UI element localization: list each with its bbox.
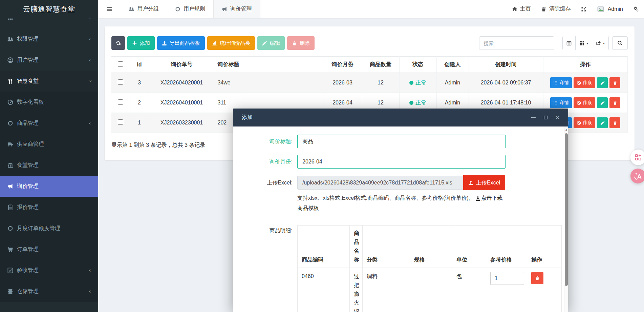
bars-icon — [106, 6, 112, 12]
refresh-button[interactable] — [111, 36, 125, 50]
sidebar-item-order-management[interactable]: 订单管理 — [0, 239, 98, 260]
select-all-checkbox[interactable] — [118, 61, 123, 67]
detail-view-button[interactable] — [563, 36, 576, 50]
circle-icon — [175, 6, 180, 12]
scrollbar-thumb[interactable] — [565, 133, 568, 286]
minimize-icon[interactable] — [531, 117, 536, 118]
sidebar-item-user-management[interactable]: 用户管理 ‹ — [0, 50, 98, 71]
sidebar-item-label: 验收管理 — [17, 267, 39, 274]
detail-button[interactable]: 详情 — [550, 97, 572, 108]
tab-inquiry-management[interactable]: 询价管理 — [213, 0, 260, 18]
modal-window-controls: × — [531, 114, 559, 121]
table-header-row: Id 询价单号 询价标题 询价月份 商品数量 状态 创建人 创建时间 操作 — [111, 57, 628, 73]
void-button[interactable]: 作废 — [574, 97, 595, 108]
export-template-button[interactable]: 导出商品模板 — [157, 36, 205, 50]
settings-button[interactable] — [633, 6, 639, 12]
ban-icon — [577, 81, 581, 85]
row-checkbox[interactable] — [118, 79, 123, 85]
translate-button[interactable] — [630, 169, 644, 183]
modal-scrollbar[interactable]: ▲ — [564, 126, 568, 312]
sidebar-item-smart-canteen[interactable]: 智慧食堂 ‹ — [0, 71, 98, 92]
sidebar-item-canteen-management[interactable]: 食堂管理 — [0, 155, 98, 176]
inquiry-month-input[interactable] — [297, 155, 506, 169]
upload-excel-button[interactable]: 上传Excel — [463, 175, 505, 190]
void-button[interactable]: 作废 — [574, 117, 595, 128]
grid-icon — [579, 41, 584, 46]
edit-button[interactable]: 编辑 — [257, 36, 285, 50]
scroll-up-icon[interactable]: ▲ — [564, 128, 568, 131]
table-row[interactable]: 3 XJ202604020001 34we 2026-03 12 正常 Admi… — [111, 73, 628, 93]
column-header-status[interactable]: 状态 — [399, 57, 436, 73]
clear-cache-link[interactable]: 清除缓存 — [541, 5, 571, 13]
chevron-left-icon: ‹ — [89, 267, 91, 273]
add-button[interactable]: 添加 — [127, 36, 155, 50]
columns-dropdown-button[interactable]: ▾ — [576, 36, 592, 50]
extension-apps-button[interactable] — [630, 150, 644, 165]
add-inquiry-modal: 添加 × 询价标题: 询价月份: 上传Excel: 上传Excel — [233, 109, 568, 312]
row-actions: 详情 作废 — [546, 77, 625, 88]
row-edit-button[interactable] — [597, 117, 608, 128]
search-input[interactable] — [479, 36, 554, 50]
detail-row-delete-button[interactable] — [531, 272, 543, 284]
column-header-created-at[interactable]: 创建时间 — [469, 57, 543, 73]
cart-icon — [7, 247, 17, 252]
search-icon — [617, 40, 623, 46]
row-delete-button[interactable] — [609, 77, 620, 88]
detail-col-name: 商品名称 — [350, 226, 363, 268]
void-button[interactable]: 作废 — [574, 77, 595, 88]
delete-button[interactable]: 删除 — [287, 36, 315, 50]
sidebar-item-warehouse-management[interactable]: 仓储管理 ‹ — [0, 281, 98, 302]
column-header-qty[interactable]: 商品数量 — [362, 57, 399, 73]
column-header-title[interactable]: 询价标题 — [215, 57, 323, 73]
row-actions: 详情 作废 — [546, 97, 625, 108]
row-edit-button[interactable] — [597, 77, 608, 88]
sidebar-item-monthly-quota[interactable]: 月度订单额度管理 — [0, 218, 98, 239]
caret-down-icon: ▾ — [603, 41, 605, 45]
detail-col-code: 商品编码 — [298, 226, 350, 268]
detail-header-row: 商品编码 商品名称 分类 规格 单位 参考价格 操作 — [298, 226, 562, 268]
sidebar-item-permissions[interactable]: 权限管理 ‹ — [0, 28, 98, 50]
sidebar-item-supplier-management[interactable]: 供应商管理 — [0, 134, 98, 155]
row-checkbox[interactable] — [118, 99, 123, 105]
sidebar-toggle-button[interactable] — [98, 6, 121, 12]
sidebar-item-acceptance-management[interactable]: 验收管理 ‹ — [0, 260, 98, 281]
modal-header[interactable]: 添加 × — [233, 109, 568, 126]
detail-row: 0460 过把瘾火锅底料 调料 包 — [298, 268, 562, 312]
tab-user-rules[interactable]: 用户规则 — [167, 0, 213, 18]
sidebar-item-partial[interactable]: ‹ — [0, 18, 98, 28]
row-delete-button[interactable] — [609, 117, 620, 128]
excel-path-input[interactable] — [297, 176, 463, 190]
field-inquiry-month: 询价月份: — [242, 155, 555, 169]
detail-button[interactable]: 详情 — [550, 77, 572, 88]
modal-body: 询价标题: 询价月份: 上传Excel: 上传Excel 支持xlsx、xls格… — [233, 126, 568, 312]
export-icon — [596, 41, 601, 46]
close-icon[interactable]: × — [556, 114, 559, 121]
bullhorn-icon — [222, 6, 227, 12]
fullscreen-button[interactable] — [581, 6, 586, 12]
modal-title: 添加 — [242, 114, 253, 121]
column-header-id[interactable]: Id — [130, 57, 149, 73]
home-link[interactable]: 主页 — [512, 5, 531, 13]
row-checkbox[interactable] — [118, 119, 123, 125]
tab-user-groups[interactable]: 用户分组 — [121, 0, 167, 18]
row-delete-button[interactable] — [609, 97, 620, 108]
stats-button[interactable]: 统计询价品类 — [207, 36, 255, 50]
reference-price-input[interactable] — [490, 272, 524, 285]
column-header-month[interactable]: 询价月份 — [323, 57, 362, 73]
sidebar-item-digital-dashboard[interactable]: 数字化看板 — [0, 92, 98, 113]
sidebar-item-product-management[interactable]: 商品管理 ‹ — [0, 113, 98, 134]
home-icon — [512, 6, 517, 12]
maximize-icon[interactable] — [544, 116, 548, 119]
row-edit-button[interactable] — [597, 97, 608, 108]
inquiry-title-input[interactable] — [297, 135, 506, 148]
search-button[interactable] — [612, 36, 628, 50]
column-header-actions: 操作 — [543, 57, 628, 73]
column-header-creator[interactable]: 创建人 — [436, 57, 469, 73]
sidebar-item-inquiry-management[interactable]: 询价管理 — [0, 176, 98, 197]
field-upload-excel: 上传Excel: 上传Excel — [242, 175, 555, 190]
export-dropdown-button[interactable]: ▾ — [592, 36, 608, 50]
column-header-order-no[interactable]: 询价单号 — [149, 57, 215, 73]
user-menu[interactable]: Admin — [597, 6, 623, 13]
sidebar-item-quotation-management[interactable]: 报价管理 — [0, 197, 98, 218]
check-square-icon — [7, 268, 17, 273]
